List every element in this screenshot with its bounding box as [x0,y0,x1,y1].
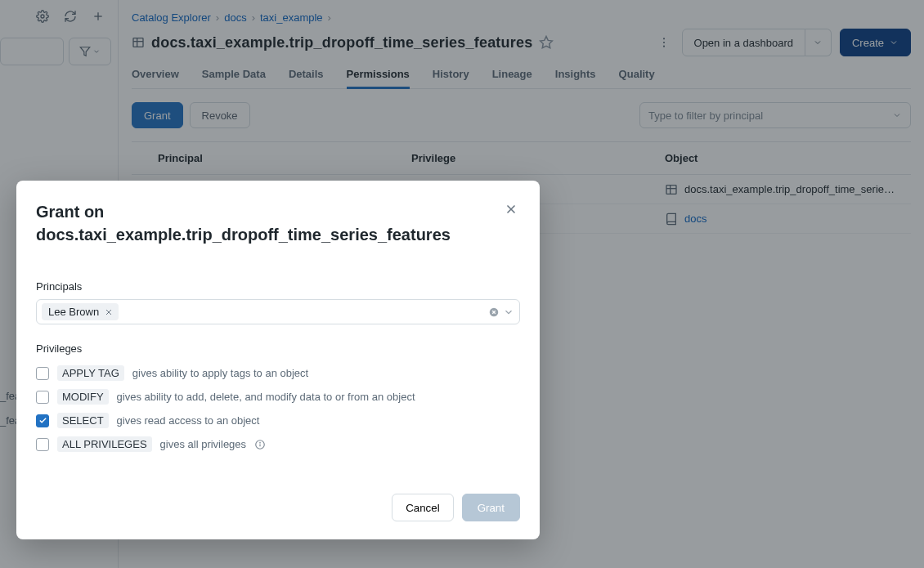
info-icon[interactable] [254,439,266,450]
privilege-desc: gives read access to an object [117,414,260,427]
principal-chip: Lee Brown [42,303,119,320]
chevron-down-icon[interactable] [503,306,514,318]
grant-submit-button[interactable]: Grant [462,494,520,521]
privilege-name: SELECT [57,413,109,428]
privilege-desc: gives ability to apply tags to an object [132,367,308,379]
privileges-label: Privileges [36,342,520,355]
privilege-desc: gives all privileges [160,438,247,450]
privilege-checkbox[interactable] [36,367,49,380]
svg-point-23 [260,442,261,443]
modal-title: Grant on docs.taxi_example.trip_dropoff_… [36,200,494,246]
clear-icon[interactable] [488,306,500,318]
principals-input[interactable]: Lee Brown [36,299,520,324]
privileges-list: APPLY TAGgives ability to apply tags to … [36,361,520,456]
cancel-button[interactable]: Cancel [392,494,454,521]
privilege-row: ALL PRIVILEGESgives all privileges [36,432,520,456]
privilege-name: APPLY TAG [57,365,124,381]
privilege-name: ALL PRIVILEGES [57,436,152,452]
privilege-row: APPLY TAGgives ability to apply tags to … [36,361,520,385]
privilege-row: SELECTgives read access to an object [36,409,520,432]
privilege-name: MODIFY [57,389,109,405]
privilege-checkbox[interactable] [36,438,49,451]
close-icon[interactable] [502,200,520,218]
privilege-checkbox[interactable] [36,391,49,404]
modal-overlay[interactable]: Grant on docs.taxi_example.trip_dropoff_… [0,0,924,568]
chip-label: Lee Brown [48,306,99,318]
grant-modal: Grant on docs.taxi_example.trip_dropoff_… [16,181,540,539]
privilege-row: MODIFYgives ability to add, delete, and … [36,385,520,409]
principals-label: Principals [36,280,520,293]
privilege-desc: gives ability to add, delete, and modify… [117,391,415,403]
privilege-checkbox[interactable] [36,414,49,427]
chip-remove-icon[interactable] [104,307,114,317]
